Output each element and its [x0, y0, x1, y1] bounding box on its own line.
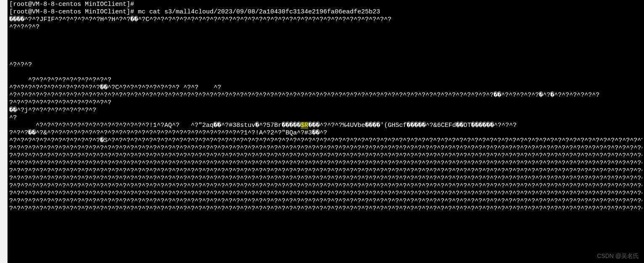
terminal-line: ?^?^?^?^?^?^?^?^?^?^?^?^?^?^?^?^?^?^?^?^… — [9, 205, 642, 213]
terminal-line — [9, 46, 642, 54]
terminal-line: ^?^?^?^?^?^?^?^?^?^?^? — [9, 76, 642, 84]
terminal-line: ?^?^?^?^?^?^?^?^?^?^?^?^?^?^?^?^?^?^?^?^… — [9, 197, 642, 205]
terminal-line: ^?^?^?^?^?^?^?^?^?^?^?^?�S^?^?^?^?^?^?^?… — [9, 137, 642, 145]
terminal-output[interactable]: [root@VM-8-8-centos MinIOClient]#[root@V… — [8, 0, 644, 263]
terminal-line — [9, 39, 642, 46]
terminal-line: [root@VM-8-8-centos MinIOClient]# — [9, 1, 642, 8]
terminal-line — [9, 69, 642, 76]
terminal-line: ^?^?^?^?^?^?^?^?^?^?^?^?��^?C^?^?^?^?^?^… — [9, 84, 642, 92]
terminal-line: ?^?^?^?^?^?^?^?^?^?^?^?^?^?^?^?^?^?^?^?^… — [9, 160, 642, 167]
terminal-line: ����^?^?JFIF^?^?^?^?^?^?H^?H^?^?��^?C^?^… — [9, 16, 642, 24]
terminal-line: ?^?^?��^?&^?^?^?^?^?^?^?^?^?^?^?^?^?^?^?… — [9, 129, 642, 137]
terminal-line: ?^?^?^?^?^?^?^?^?^?^?^?^?^?^?^?^?^?^?^?^… — [9, 190, 642, 197]
terminal-line: ?^?^?^?^?^?^?^?^?^?^?^?^?^? — [9, 99, 642, 107]
terminal-line: ^?^?^?^?^?^?^?^?^?^?^?^?^?^?^?!1^?AQ^? ^… — [9, 122, 642, 129]
terminal-line — [9, 31, 642, 39]
terminal-line: ^?^?^?^? — [9, 24, 642, 31]
watermark: CSDN @吴名氏 — [597, 252, 639, 260]
terminal-line: ?^?^?^?^?^?^?^?^?^?^?^?^?^?^?^?^?^?^?^?^… — [9, 167, 642, 175]
terminal-line: ^?^?^?^?^?^?^?^?^?^?^?^?^?^?^?^?^?^?^?^?… — [9, 92, 642, 99]
terminal-line: ^?^?^? — [9, 61, 642, 69]
terminal-line: ��^?j^?^?^?^?^?^?^?^?^? — [9, 107, 642, 114]
scrollbar-track[interactable] — [0, 0, 8, 263]
terminal-line: ^? — [9, 114, 642, 122]
highlighted-text: $R — [301, 122, 308, 129]
terminal-line: ?^?^?^?^?^?^?^?^?^?^?^?^?^?^?^?^?^?^?^?^… — [9, 152, 642, 160]
terminal-line: ?^?^?^?^?^?^?^?^?^?^?^?^?^?^?^?^?^?^?^?^… — [9, 175, 642, 182]
terminal-line — [9, 54, 642, 61]
terminal-line: ?^?^?^?^?^?^?^?^?^?^?^?^?^?^?^?^?^?^?^?^… — [9, 182, 642, 190]
terminal-line: ?^?^?^?^?^?^?^?^?^?^?^?^?^?^?^?^?^?^?^?^… — [9, 145, 642, 152]
terminal-line: [root@VM-8-8-centos MinIOClient]# mc cat… — [9, 8, 642, 16]
